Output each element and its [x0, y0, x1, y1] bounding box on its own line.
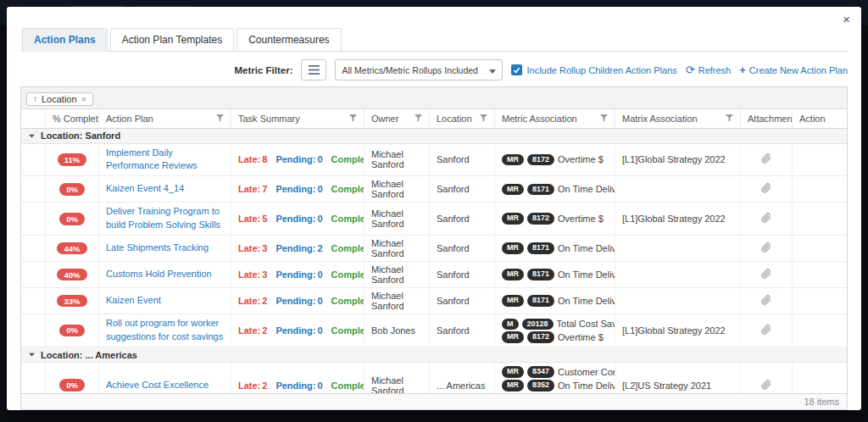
metric-name: Customer Complaints PPM: [558, 367, 615, 377]
pending-count: Pending:0: [275, 325, 322, 336]
metric-list-button[interactable]: [301, 59, 326, 81]
task-summary-cell: Late:7Pending:0Complete:0: [231, 176, 364, 202]
metric-id-pill: 8171: [527, 242, 554, 254]
items-count: 18 items: [804, 397, 839, 407]
action-plan-link[interactable]: Achieve Cost Excellence: [106, 379, 209, 392]
metric-filter-dropdown[interactable]: All Metrics/Metric Rollups Included: [335, 59, 503, 81]
percent-complete-cell: 0%: [45, 203, 98, 235]
metric-association-cell: MR8171On Time Delivery: [494, 176, 615, 202]
metric-id-pill: 8172: [527, 213, 554, 225]
column-header-action[interactable]: Action: [792, 109, 847, 128]
column-label: Owner: [371, 114, 398, 124]
action-plan-row: 40% Customs Hold Prevention Late:3Pendin…: [21, 262, 847, 288]
create-new-action-plan-button[interactable]: + Create New Action Plan: [739, 64, 848, 75]
action-plan-cell: Deliver Training Program to build Proble…: [98, 203, 231, 235]
close-icon[interactable]: ×: [843, 13, 850, 25]
action-plan-link[interactable]: Customs Hold Prevention: [106, 268, 212, 281]
group-chip-location[interactable]: ↑ Location ×: [26, 92, 93, 106]
create-label: Create New Action Plan: [749, 65, 848, 75]
matrix-association-cell: [L1]Global Strategy 2022: [615, 144, 740, 176]
action-plans-grid: ↑ Location × % CompleteAction PlanTask S…: [20, 86, 848, 410]
task-summary-cell: Late:3Pending:2Complete:4: [231, 236, 364, 261]
complete-count: Complete:0: [331, 214, 364, 224]
percent-complete-cell: 0%: [45, 314, 98, 347]
tab-countermeasures[interactable]: Countermeasures: [236, 28, 341, 52]
include-rollup-checkbox[interactable]: Include Rollup Children Action Plans: [511, 64, 676, 75]
action-plan-link[interactable]: Late Shipments Tracking: [106, 242, 209, 255]
filter-icon[interactable]: [480, 114, 487, 122]
percent-complete-cell: 44%: [45, 236, 98, 261]
column-header-attachment[interactable]: Attachment: [740, 109, 792, 128]
metric-name: Overtime $: [558, 332, 604, 342]
action-plan-link[interactable]: Implement Daily Performance Reviews: [106, 147, 224, 174]
matrix-association-cell: [L1]Global Strategy 2022: [615, 203, 740, 235]
action-cell: [792, 363, 847, 393]
metric-name: Overtime $: [558, 214, 604, 224]
filter-icon[interactable]: [415, 114, 422, 122]
attachment-cell[interactable]: [740, 144, 792, 176]
checkbox-checked-icon[interactable]: [511, 64, 522, 75]
refresh-button[interactable]: ⟳ Refresh: [686, 64, 731, 75]
expander-cell: [21, 144, 45, 176]
metric-association: MR8171On Time Delivery: [502, 242, 615, 254]
metric-association-cell: M20128Total Cost Savings InitiativeMR817…: [494, 314, 615, 347]
action-plans-dialog: × Action PlansAction Plan TemplatesCount…: [7, 7, 861, 410]
collapse-group-icon[interactable]: [28, 132, 36, 140]
pending-count: Pending:0: [275, 214, 322, 224]
attachment-cell[interactable]: [740, 203, 792, 235]
action-plan-row: 0% Kaizen Event 4_14 Late:7Pending:0Comp…: [21, 176, 847, 203]
column-label: Location: [437, 114, 472, 124]
column-label: Action Plan: [106, 114, 153, 124]
action-plan-link[interactable]: Roll out program for worker suggestions …: [106, 317, 224, 344]
action-plan-cell: Kaizen Event: [98, 288, 231, 314]
group-row[interactable]: Location: ... Americas: [21, 347, 847, 363]
action-cell: [792, 236, 847, 261]
action-plan-cell: Kaizen Event 4_14: [98, 176, 231, 202]
location-cell: Sanford: [429, 314, 494, 347]
filter-icon[interactable]: [726, 114, 733, 122]
attachment-cell[interactable]: [740, 363, 792, 393]
expander-cell: [21, 176, 45, 202]
tab-action-plan-templates[interactable]: Action Plan Templates: [110, 28, 235, 52]
column-header-metric-association[interactable]: Metric Association: [494, 109, 615, 128]
grid-body: Location: Sanford 11% Implement Daily Pe…: [21, 129, 847, 394]
attachment-cell[interactable]: [740, 314, 792, 347]
late-count: Late:8: [238, 154, 267, 164]
attachment-cell[interactable]: [740, 176, 792, 202]
metric-id-pill: 8172: [527, 331, 554, 343]
owner-cell: Michael Sanford: [364, 236, 429, 261]
column-header-owner[interactable]: Owner: [364, 109, 429, 128]
percent-complete-badge: 44%: [57, 242, 86, 254]
expander-cell: [21, 262, 45, 287]
action-cell: [792, 288, 847, 314]
group-row[interactable]: Location: Sanford: [21, 129, 847, 144]
pending-count: Pending:0: [275, 184, 322, 194]
percent-complete-badge: 0%: [59, 183, 85, 195]
column-header-action-plan[interactable]: Action Plan: [98, 109, 231, 128]
action-plan-link[interactable]: Kaizen Event: [106, 294, 161, 308]
action-cell: [792, 203, 847, 235]
filter-icon[interactable]: [600, 114, 608, 122]
metric-association: MR8172Overtime $: [502, 331, 604, 343]
filter-icon[interactable]: [216, 114, 224, 122]
column-header-task-summary[interactable]: Task Summary: [231, 109, 364, 128]
column-header-complete[interactable]: % Complete: [45, 109, 98, 128]
attachment-cell[interactable]: [740, 236, 792, 261]
action-plan-cell: Late Shipments Tracking: [98, 236, 231, 261]
column-header-location[interactable]: Location: [429, 109, 494, 128]
column-header-expander[interactable]: [21, 109, 45, 128]
collapse-group-icon[interactable]: [28, 351, 36, 358]
action-plan-link[interactable]: Kaizen Event 4_14: [106, 182, 184, 196]
action-plan-link[interactable]: Deliver Training Program to build Proble…: [106, 205, 224, 232]
attachment-cell[interactable]: [740, 262, 792, 287]
metric-tag-pill: MR: [502, 295, 524, 307]
tab-action-plans[interactable]: Action Plans: [22, 28, 108, 52]
sort-asc-icon[interactable]: ↑: [33, 94, 37, 103]
column-header-matrix-association[interactable]: Matrix Association: [615, 109, 740, 128]
attachment-cell[interactable]: [740, 288, 792, 314]
remove-group-icon[interactable]: ×: [81, 94, 86, 104]
action-plan-cell: Achieve Cost Excellence: [98, 363, 231, 393]
filter-icon[interactable]: [349, 114, 357, 122]
matrix-association-cell: [615, 262, 740, 287]
metric-name: On Time Delivery: [558, 380, 615, 391]
